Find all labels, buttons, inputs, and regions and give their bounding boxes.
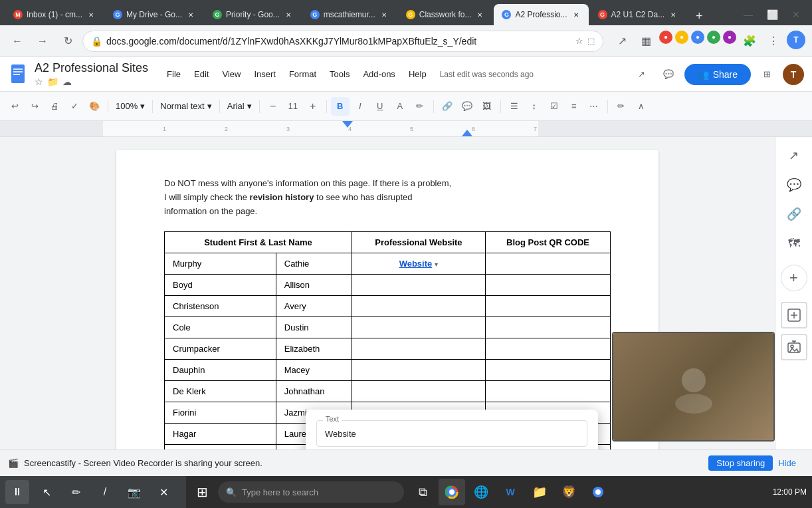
taskbar-chrome-icon[interactable]: [439, 479, 465, 505]
menu-format[interactable]: Format: [284, 66, 322, 82]
font-decrease-button[interactable]: −: [264, 97, 282, 116]
panel-comment-icon[interactable]: 💬: [781, 172, 807, 198]
undo-button[interactable]: ↩: [5, 97, 24, 116]
paintformat-button[interactable]: 🎨: [85, 97, 104, 116]
taskbar-task-view[interactable]: ⧉: [409, 479, 436, 505]
text-color-button[interactable]: A: [391, 97, 409, 116]
user-avatar[interactable]: T: [783, 64, 804, 85]
spellcheck-button[interactable]: ✓: [65, 97, 84, 116]
tab-classwork-close[interactable]: ✕: [475, 10, 484, 19]
analytics-docs-icon[interactable]: ↗: [631, 64, 653, 85]
view-toggle-icon[interactable]: ⊞: [756, 64, 777, 85]
panel-maps-icon[interactable]: 🗺: [781, 230, 807, 257]
tab-a2u1-close[interactable]: ✕: [668, 10, 678, 19]
image-button[interactable]: 🖼: [478, 97, 496, 116]
cursor-tool-button[interactable]: ↖: [35, 480, 58, 504]
tab-gmail[interactable]: M Inbox (1) - cm... ✕: [5, 4, 104, 25]
bullet-list-button[interactable]: ≡: [565, 97, 583, 116]
zoom-select[interactable]: 100% ▾: [112, 97, 148, 116]
more-button[interactable]: ⋯: [585, 97, 603, 116]
comment-docs-icon[interactable]: 💬: [658, 64, 679, 85]
toolbar-expand-button[interactable]: ∧: [632, 97, 651, 116]
stop-sharing-button[interactable]: Stop sharing: [708, 455, 773, 471]
cloud-icon[interactable]: ☁: [62, 76, 72, 87]
checklist-button[interactable]: ☑: [545, 97, 563, 116]
tab-priority[interactable]: G Priority - Goo... ✕: [205, 4, 301, 25]
tab-mscathie-close[interactable]: ✕: [379, 10, 389, 19]
panel-add-button[interactable]: +: [781, 265, 807, 291]
taskbar-chrome2-icon[interactable]: [585, 479, 611, 505]
tab-a2pro-close[interactable]: ✕: [571, 10, 581, 19]
tab-a2u1[interactable]: G A2 U1 C2 Da... ✕: [590, 4, 686, 25]
menu-edit[interactable]: Edit: [189, 66, 214, 82]
pause-button[interactable]: ⏸: [5, 480, 29, 504]
maximize-button[interactable]: ⬜: [761, 4, 783, 25]
italic-button[interactable]: I: [351, 97, 369, 116]
tab-gmail-close[interactable]: ✕: [86, 10, 96, 19]
taskbar-word-icon[interactable]: W: [497, 479, 524, 505]
align-button[interactable]: ☰: [505, 97, 524, 116]
pen-tool-button[interactable]: ✏: [64, 480, 88, 504]
back-button[interactable]: ←: [7, 31, 28, 52]
menu-addons[interactable]: Add-ons: [357, 66, 400, 82]
close-overlay-button[interactable]: ✕: [152, 480, 175, 504]
paragraph-style-select[interactable]: Normal text ▾: [157, 97, 215, 116]
comment-button[interactable]: 💬: [458, 97, 476, 116]
bold-button[interactable]: B: [331, 97, 350, 116]
windows-start-button[interactable]: ⊞: [189, 479, 215, 505]
print-button[interactable]: 🖨: [45, 97, 64, 116]
line-tool-button[interactable]: /: [93, 480, 117, 504]
star-icon[interactable]: ☆: [35, 76, 43, 87]
suggest-edits-button[interactable]: ✏: [612, 97, 631, 116]
menu-tools[interactable]: Tools: [324, 66, 355, 82]
link-button[interactable]: 🔗: [438, 97, 457, 116]
panel-trending-icon[interactable]: ↗: [781, 142, 807, 169]
menu-insert[interactable]: Insert: [249, 66, 281, 82]
font-select[interactable]: Arial ▾: [224, 97, 255, 116]
font-increase-button[interactable]: +: [304, 97, 322, 116]
taskbar-brave-icon[interactable]: 🦁: [556, 479, 582, 505]
move-to-icon[interactable]: 📁: [47, 76, 58, 87]
taskbar-files-icon[interactable]: 📁: [526, 479, 553, 505]
redo-button[interactable]: ↪: [25, 97, 44, 116]
tab-a2pro[interactable]: G A2 Professio... ✕: [494, 4, 588, 25]
panel-link-icon[interactable]: 🔗: [781, 201, 807, 227]
minimize-button[interactable]: —: [738, 4, 759, 25]
bookmark-icon[interactable]: ☆: [575, 36, 583, 46]
address-bar[interactable]: 🔒 docs.google.com/document/d/1ZYlnFXwd0h…: [82, 31, 603, 52]
close-button[interactable]: ✕: [785, 4, 807, 25]
ext2-icon[interactable]: ●: [675, 31, 688, 44]
line-spacing-button[interactable]: ↕: [525, 97, 544, 116]
sidebar-icon[interactable]: ▦: [635, 31, 657, 52]
forward-button[interactable]: →: [32, 31, 53, 52]
tab-drive[interactable]: G My Drive - Go... ✕: [105, 4, 203, 25]
menu-view[interactable]: View: [217, 66, 246, 82]
tab-classwork[interactable]: G Classwork fo... ✕: [398, 4, 493, 25]
analytics-icon[interactable]: ↗: [611, 31, 633, 52]
extensions-icon[interactable]: ●: [659, 31, 672, 44]
share-button[interactable]: 👥 Share: [684, 64, 751, 85]
hide-button[interactable]: Hide: [773, 455, 801, 471]
ext3-icon[interactable]: ●: [691, 31, 704, 44]
send-to-devices-icon[interactable]: ⬚: [587, 37, 595, 46]
website-link[interactable]: Website: [399, 259, 433, 269]
panel-image-add-2[interactable]: [781, 334, 807, 360]
menu-help[interactable]: Help: [403, 66, 432, 82]
tab-mscathie[interactable]: G mscathiemur... ✕: [302, 4, 397, 25]
tab-priority-close[interactable]: ✕: [284, 10, 293, 19]
camera-tool-button[interactable]: 📷: [122, 480, 146, 504]
profile-avatar[interactable]: T: [787, 31, 805, 49]
ext4-icon[interactable]: ●: [707, 31, 720, 44]
menu-file[interactable]: File: [161, 66, 186, 82]
new-tab-button[interactable]: +: [690, 7, 708, 25]
puzzle-icon[interactable]: 🧩: [739, 31, 760, 52]
font-size-field[interactable]: 11: [284, 97, 302, 116]
reload-button[interactable]: ↻: [57, 31, 78, 52]
highlight-button[interactable]: ✏: [411, 97, 429, 116]
cell-website[interactable]: Website▾: [352, 253, 485, 275]
taskbar-search-bar[interactable]: 🔍 Type here to search: [218, 481, 404, 503]
panel-image-add-1[interactable]: [781, 302, 807, 328]
tab-drive-close[interactable]: ✕: [186, 10, 195, 19]
ext5-icon[interactable]: ●: [723, 31, 736, 44]
docs-title[interactable]: A2 Professional Sites: [35, 61, 148, 75]
